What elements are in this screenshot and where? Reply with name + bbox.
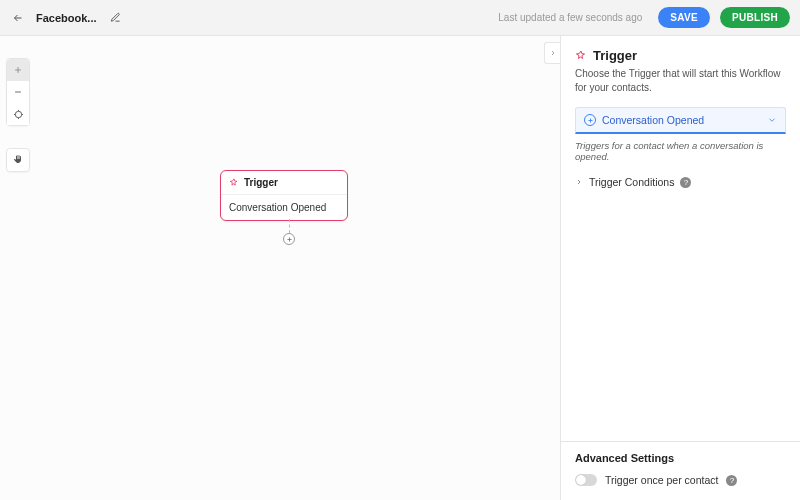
chevron-right-icon xyxy=(549,49,557,57)
zoom-out-button[interactable] xyxy=(7,81,29,103)
trigger-once-toggle[interactable] xyxy=(575,474,597,486)
panel-spark-icon xyxy=(575,50,587,62)
chevron-down-icon xyxy=(767,115,777,125)
collapse-panel-button[interactable] xyxy=(544,42,560,64)
plus-icon xyxy=(13,65,23,75)
trigger-spark-icon xyxy=(229,178,239,188)
back-button[interactable] xyxy=(10,10,26,26)
conversation-opened-icon xyxy=(584,114,596,126)
fit-view-button[interactable] xyxy=(7,103,29,125)
minus-icon xyxy=(13,87,23,97)
svg-point-0 xyxy=(15,111,21,117)
workflow-canvas[interactable]: Trigger Conversation Opened xyxy=(0,36,560,500)
trigger-conditions-label: Trigger Conditions xyxy=(589,176,674,188)
publish-button[interactable]: PUBLISH xyxy=(720,7,790,28)
workflow-title: Facebook... xyxy=(36,12,97,24)
canvas-toolbox xyxy=(6,58,30,126)
help-icon[interactable]: ? xyxy=(726,475,737,486)
trigger-type-select[interactable]: Conversation Opened xyxy=(575,107,786,134)
plus-icon xyxy=(286,236,293,243)
crosshair-icon xyxy=(13,109,24,120)
zoom-in-button[interactable] xyxy=(7,59,29,81)
trigger-conditions-toggle[interactable]: Trigger Conditions ? xyxy=(575,176,786,188)
save-button[interactable]: SAVE xyxy=(658,7,710,28)
edit-title-button[interactable] xyxy=(109,11,123,25)
trigger-type-value: Conversation Opened xyxy=(602,114,761,126)
advanced-settings-heading: Advanced Settings xyxy=(575,452,786,464)
trigger-once-label: Trigger once per contact xyxy=(605,474,718,486)
trigger-node-title: Trigger xyxy=(244,177,278,188)
pan-hand-icon xyxy=(12,154,24,166)
panel-title: Trigger xyxy=(593,48,637,63)
last-updated-status: Last updated a few seconds ago xyxy=(498,12,642,23)
add-step-button[interactable] xyxy=(283,233,295,245)
chevron-right-icon xyxy=(575,178,583,186)
panel-subtitle: Choose the Trigger that will start this … xyxy=(575,67,786,95)
trigger-config-panel: Trigger Choose the Trigger that will sta… xyxy=(560,36,800,500)
trigger-type-description: Triggers for a contact when a conversati… xyxy=(575,140,786,162)
node-connector xyxy=(283,219,295,245)
pan-tool-button[interactable] xyxy=(7,149,29,171)
trigger-node-body: Conversation Opened xyxy=(221,195,347,220)
trigger-node[interactable]: Trigger Conversation Opened xyxy=(220,170,348,221)
help-icon[interactable]: ? xyxy=(680,177,691,188)
